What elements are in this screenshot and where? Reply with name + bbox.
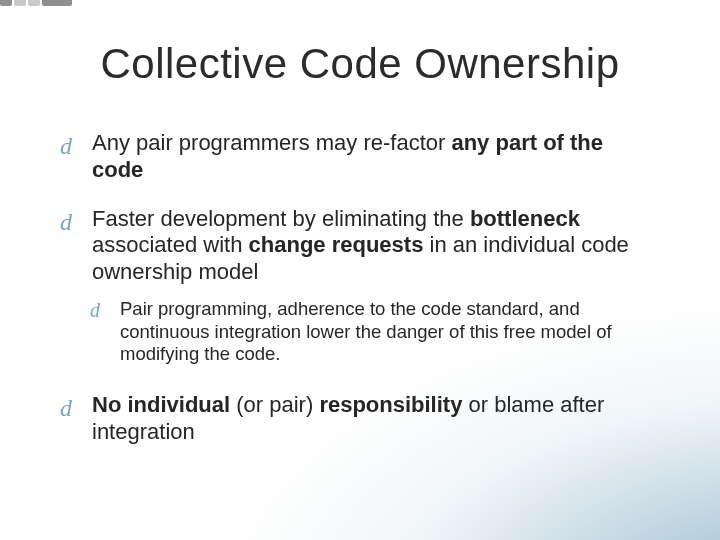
bullet-text: Pair programming, adherence to the code … bbox=[120, 298, 612, 364]
bullet-text: No individual (or pair) responsibility o… bbox=[92, 392, 604, 444]
bullet-item: dNo individual (or pair) responsibility … bbox=[60, 392, 660, 446]
slide-title: Collective Code Ownership bbox=[0, 40, 720, 88]
slide: Collective Code Ownership dAny pair prog… bbox=[0, 0, 720, 540]
slide-body: dAny pair programmers may re-factor any … bbox=[60, 130, 660, 467]
bullet-text: Faster development by eliminating the bo… bbox=[92, 206, 629, 285]
bullet-item: dAny pair programmers may re-factor any … bbox=[60, 130, 660, 184]
bullet-item: dFaster development by eliminating the b… bbox=[60, 206, 660, 286]
bullet-icon: d bbox=[60, 208, 66, 237]
bullet-text: Any pair programmers may re-factor any p… bbox=[92, 130, 603, 182]
bullet-icon: d bbox=[60, 394, 66, 423]
bullet-icon: d bbox=[60, 132, 66, 161]
bullet-icon: d bbox=[90, 298, 94, 322]
bullet-item: dPair programming, adherence to the code… bbox=[60, 298, 660, 366]
window-tabs-decoration bbox=[0, 0, 74, 8]
